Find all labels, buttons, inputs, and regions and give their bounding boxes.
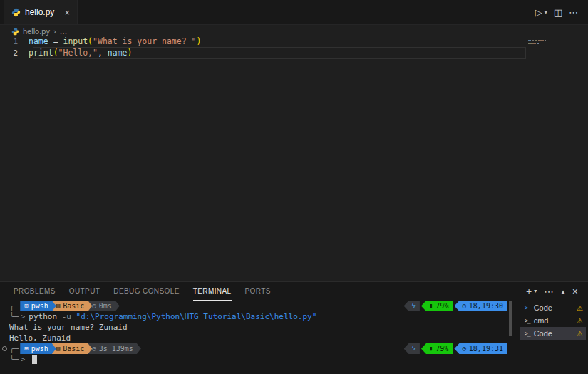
folder-name: Basic: [63, 302, 84, 310]
token-paren: ): [128, 48, 133, 58]
clock-value: 18,19:31: [469, 345, 503, 353]
command-flag: -u: [57, 312, 76, 321]
breadcrumb-symbol[interactable]: …: [60, 27, 68, 36]
status-segment: ϟ: [404, 301, 420, 311]
code-editor[interactable]: 1 name = input("What is your name? ") 2 …: [0, 36, 588, 281]
folder-segment: ▤Basic: [52, 301, 93, 311]
duration-segment: ◷0ms: [88, 301, 119, 311]
run-dropdown-icon[interactable]: ▾: [545, 9, 547, 16]
command-path: "d:\Programming\Python\HTG Tutorial\Basi…: [76, 312, 317, 321]
python-file-icon: [11, 28, 19, 36]
warning-icon: ⚠: [577, 330, 583, 338]
code-line-1: 1 name = input("What is your name? "): [0, 36, 588, 47]
token-comma: ,: [98, 48, 103, 58]
terminal-icon: >_: [525, 305, 530, 311]
clock-icon: ◷: [462, 303, 465, 309]
terminal-tabs-list: >_ Code ⚠ >_ cmd ⚠ >_ Code ⚠: [520, 301, 586, 340]
token-paren: (: [53, 48, 58, 58]
python-file-icon: [11, 8, 21, 17]
editor-tab-bar: hello.py × ▷ ▾ ◫ ⋯: [0, 0, 588, 25]
minimap[interactable]: [528, 40, 571, 46]
shell-segment: ⊞pwsh: [20, 343, 56, 354]
terminal-scrollbar[interactable]: [509, 301, 512, 336]
battery-icon: ▮: [429, 303, 433, 309]
terminal-output-line: What is your name? Zunaid: [0, 322, 516, 333]
tab-output[interactable]: OUTPUT: [69, 282, 100, 301]
tab-hello-py[interactable]: hello.py ×: [4, 0, 78, 24]
battery-icon: ▮: [429, 346, 433, 352]
panel-actions: + ▾ ⋯ ▴ ×: [526, 286, 578, 296]
terminal-icon: >_: [525, 331, 530, 337]
minimap-line: [528, 40, 571, 41]
battery-value: 79%: [435, 302, 448, 310]
warning-icon: ⚠: [577, 304, 583, 312]
token-string: "What is your name? ": [93, 36, 196, 46]
command-program: python: [29, 312, 57, 321]
prompt-frame-top: ╭─: [9, 301, 19, 311]
code-line-2: 2 print("Hello,", name): [0, 47, 588, 58]
duration-value: 0ms: [99, 302, 112, 310]
timer-icon: ◷: [92, 303, 96, 309]
tab-debug-console[interactable]: DEBUG CONSOLE: [113, 282, 179, 301]
prompt-frame-bottom: ╰─: [9, 355, 19, 364]
line-number: 1: [0, 37, 29, 46]
terminal-cursor: [32, 355, 37, 364]
prompt-chevron-icon: >: [21, 313, 25, 321]
token-function: input: [63, 36, 88, 46]
minimap-line: [528, 43, 571, 44]
breadcrumb-file[interactable]: hello.py: [23, 27, 50, 36]
prompt-segments: ⊞pwsh ▤Basic ◷0ms: [20, 301, 115, 311]
power-icon: ϟ: [412, 346, 416, 352]
new-terminal-button[interactable]: +: [526, 286, 532, 296]
battery-segment: ▮79%: [421, 343, 453, 354]
maximize-panel-icon[interactable]: ▴: [561, 288, 565, 296]
token-paren: (: [88, 36, 93, 46]
terminal-tab-label: cmd: [534, 316, 549, 325]
tab-terminal[interactable]: TERMINAL: [193, 282, 232, 301]
close-panel-icon[interactable]: ×: [572, 286, 578, 296]
prompt-frame-top: ╭─: [9, 344, 19, 353]
panel-more-actions-icon[interactable]: ⋯: [544, 286, 554, 296]
panel-header: PROBLEMS OUTPUT DEBUG CONSOLE TERMINAL P…: [0, 282, 588, 301]
clock-value: 18,19:30: [469, 302, 503, 310]
terminal-command-line: ╰─ > python -u "d:\Programming\Python\HT…: [0, 311, 516, 322]
tab-problems[interactable]: PROBLEMS: [14, 282, 56, 301]
run-python-file-button[interactable]: ▷: [535, 7, 542, 18]
tab-close-icon[interactable]: ×: [64, 8, 70, 17]
folder-segment: ▤Basic: [52, 343, 93, 354]
clock-segment: ◷18,19:30: [454, 301, 507, 311]
powershell-icon: ⊞: [24, 346, 28, 352]
shell-name: pwsh: [31, 345, 48, 353]
vscode-window: hello.py × ▷ ▾ ◫ ⋯ hello.py › … 1 name =…: [0, 0, 588, 374]
timer-icon: ◷: [92, 346, 96, 352]
clock-segment: ◷18,19:31: [454, 343, 507, 354]
tab-ports[interactable]: PORTS: [245, 282, 271, 301]
battery-segment: ▮79%: [421, 301, 453, 311]
token-paren: ): [196, 36, 201, 46]
output-text: Hello, Zunaid: [9, 333, 71, 343]
command-decoration-icon[interactable]: [2, 346, 7, 351]
token-function: print: [29, 48, 53, 58]
battery-value: 79%: [435, 345, 448, 353]
bottom-panel: PROBLEMS OUTPUT DEBUG CONSOLE TERMINAL P…: [0, 281, 588, 374]
editor-more-actions-icon[interactable]: ⋯: [569, 7, 578, 18]
terminal-input-line[interactable]: ╰─ >: [0, 354, 516, 365]
terminal-dropdown-icon[interactable]: ▾: [534, 289, 537, 294]
terminal-prompt-line: ╭─ ⊞pwsh ▤Basic ◷3s 139ms ϟ ▮79% ◷18,19:…: [0, 343, 516, 354]
prompt-right-segments: ϟ ▮79% ◷18,19:31: [404, 343, 508, 354]
status-segment: ϟ: [404, 343, 420, 354]
warning-icon: ⚠: [577, 317, 583, 325]
terminal-tab-code-2[interactable]: >_ Code ⚠: [520, 327, 586, 340]
clock-icon: ◷: [462, 346, 465, 352]
prompt-frame-bottom: ╰─: [9, 312, 19, 321]
terminal-tab-code-1[interactable]: >_ Code ⚠: [520, 301, 586, 314]
terminal-output-line: Hello, Zunaid: [0, 333, 516, 343]
folder-icon: ▤: [56, 346, 60, 352]
shell-name: pwsh: [31, 302, 48, 310]
tab-label: hello.py: [25, 7, 54, 17]
folder-icon: ▤: [56, 303, 60, 309]
terminal-tab-cmd[interactable]: >_ cmd ⚠: [520, 314, 586, 327]
split-editor-icon[interactable]: ◫: [554, 7, 562, 18]
terminal-viewport[interactable]: ╭─ ⊞pwsh ▤Basic ◷0ms ϟ ▮79% ◷18,19:30 ╰─: [0, 301, 516, 374]
token-variable: name: [29, 36, 48, 46]
